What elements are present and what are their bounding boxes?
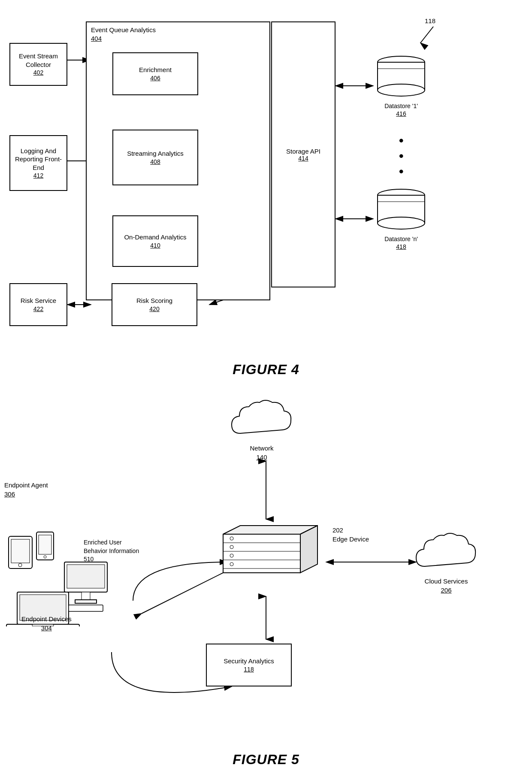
svg-point-24 bbox=[378, 217, 425, 229]
edge-device-name: Edge Device bbox=[332, 535, 369, 544]
datastoren-name: Datastore 'n' bbox=[384, 236, 418, 242]
logging-num: 412 bbox=[33, 172, 43, 179]
svg-marker-36 bbox=[300, 526, 317, 573]
risk-service-num: 422 bbox=[33, 305, 43, 313]
svg-point-50 bbox=[44, 556, 46, 558]
edge-device-num: 202 bbox=[332, 526, 343, 534]
ondemand-num: 410 bbox=[150, 242, 160, 249]
enrichment-name: Enrichment bbox=[139, 66, 172, 74]
endpoint-devices-num: 304 bbox=[41, 624, 52, 632]
cloud-services-name: Cloud Services bbox=[425, 577, 468, 585]
fig5-title: FIGURE 5 bbox=[233, 752, 299, 768]
fig4-title: FIGURE 4 bbox=[233, 362, 299, 378]
cloud-services-num: 206 bbox=[441, 587, 451, 594]
datastore1-name: Datastore '1' bbox=[384, 103, 418, 109]
dots-separator: ••• bbox=[399, 133, 404, 179]
security-analytics-num: 118 bbox=[244, 665, 254, 673]
risk-service-box: Risk Service 422 bbox=[9, 283, 67, 326]
datastore1: Datastore '1' 416 bbox=[373, 56, 429, 120]
svg-point-47 bbox=[18, 563, 22, 567]
enriched-text: Enriched User Behavior Information bbox=[84, 539, 139, 554]
storage-api-box: Storage API 414 bbox=[271, 21, 336, 287]
svg-rect-49 bbox=[39, 535, 51, 554]
security-analytics-name: Security Analytics bbox=[224, 657, 274, 665]
server-rack-icon bbox=[210, 523, 326, 579]
enrichment-num: 406 bbox=[150, 74, 160, 82]
risk-scoring-num: 420 bbox=[149, 305, 159, 313]
network-cloud: Network 140 bbox=[227, 395, 296, 462]
ondemand-box: On-Demand Analytics 410 bbox=[112, 215, 198, 267]
cloud-services: Cloud Services 206 bbox=[412, 528, 481, 595]
storage-api-num: 414 bbox=[298, 155, 308, 162]
enriched-label: Enriched User Behavior Information 510 bbox=[84, 538, 139, 564]
svg-point-41 bbox=[230, 537, 233, 540]
streaming-num: 408 bbox=[150, 158, 160, 166]
eqa-name: Event Queue Analytics bbox=[91, 26, 156, 33]
ondemand-name: On-Demand Analytics bbox=[124, 233, 186, 242]
enriched-num: 510 bbox=[84, 556, 94, 562]
cloud-services-icon bbox=[412, 528, 481, 579]
svg-line-17 bbox=[420, 27, 433, 43]
datastoren: Datastore 'n' 418 bbox=[373, 189, 429, 253]
datastoren-num: 418 bbox=[396, 243, 406, 250]
event-stream-name: Event Stream Collector bbox=[10, 52, 66, 69]
endpoint-devices-label: Endpoint Devices 304 bbox=[21, 614, 72, 632]
risk-scoring-box: Risk Scoring 420 bbox=[112, 283, 197, 326]
enrichment-box: Enrichment 406 bbox=[112, 52, 198, 95]
svg-point-44 bbox=[230, 562, 233, 566]
streaming-analytics-box: Streaming Analytics 408 bbox=[112, 130, 198, 185]
svg-rect-34 bbox=[223, 534, 300, 573]
network-num: 140 bbox=[256, 454, 267, 461]
event-stream-collector-box: Event Stream Collector 402 bbox=[9, 43, 67, 86]
risk-scoring-name: Risk Scoring bbox=[136, 296, 172, 305]
endpoint-agent-name: Endpoint Agent bbox=[4, 481, 48, 489]
logging-name: Logging And Reporting Front-End bbox=[10, 147, 66, 172]
figure4: Event Stream Collector 402 Logging And R… bbox=[0, 9, 532, 382]
risk-service-name: Risk Service bbox=[21, 296, 56, 305]
svg-point-20 bbox=[378, 84, 425, 96]
svg-rect-46 bbox=[11, 539, 30, 563]
logging-box: Logging And Reporting Front-End 412 bbox=[9, 135, 67, 191]
endpoint-agent-num: 306 bbox=[4, 490, 15, 498]
svg-rect-58 bbox=[75, 600, 97, 603]
ref-118-label: 118 bbox=[425, 17, 435, 24]
network-cloud-icon bbox=[227, 395, 296, 446]
svg-point-43 bbox=[230, 554, 233, 557]
page: { "fig4": { "title": "FIGURE 4", "eqa": … bbox=[0, 0, 532, 774]
endpoint-agent-label: Endpoint Agent 306 bbox=[4, 481, 48, 499]
eqa-num: 404 bbox=[91, 35, 102, 42]
svg-rect-59 bbox=[69, 605, 103, 611]
datastore1-icon bbox=[373, 56, 429, 99]
datastore1-num: 416 bbox=[396, 110, 406, 117]
svg-rect-56 bbox=[67, 565, 105, 588]
event-stream-num: 402 bbox=[33, 69, 43, 76]
streaming-name: Streaming Analytics bbox=[127, 149, 184, 158]
eqa-label: Event Queue Analytics 404 bbox=[91, 26, 156, 42]
edge-device-area: 202 Edge Device bbox=[210, 523, 326, 581]
security-analytics-box: Security Analytics 118 bbox=[206, 644, 292, 686]
datastoren-icon bbox=[373, 189, 429, 232]
network-name: Network bbox=[250, 444, 273, 452]
figure5: Network 140 Cloud Services 206 bbox=[0, 386, 532, 774]
storage-api-name: Storage API bbox=[286, 148, 320, 155]
endpoint-devices-name: Endpoint Devices bbox=[21, 615, 72, 623]
svg-point-42 bbox=[230, 545, 233, 549]
eqa-outer-box: Event Queue Analytics 404 Enrichment 406… bbox=[86, 21, 270, 300]
